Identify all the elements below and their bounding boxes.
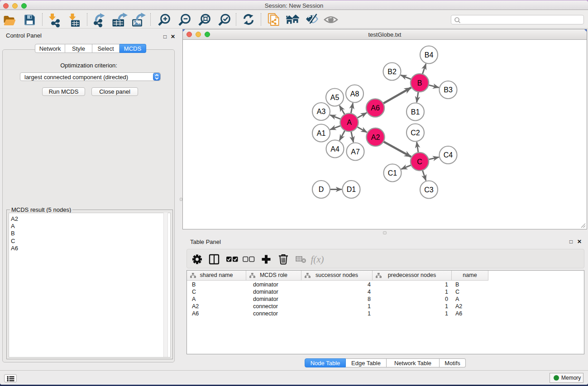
- svg-text:C1: C1: [388, 169, 397, 177]
- svg-text:C: C: [417, 158, 422, 166]
- svg-text:A7: A7: [351, 148, 360, 156]
- svg-text:D1: D1: [347, 186, 356, 193]
- svg-text:A2: A2: [371, 133, 380, 141]
- svg-text:D: D: [319, 186, 324, 193]
- svg-text:B1: B1: [411, 108, 420, 116]
- svg-text:A4: A4: [330, 145, 339, 153]
- svg-text:A1: A1: [317, 129, 326, 137]
- svg-text:B: B: [417, 79, 422, 87]
- svg-text:A6: A6: [371, 104, 380, 112]
- svg-text:C2: C2: [411, 129, 420, 137]
- svg-text:A5: A5: [330, 94, 339, 101]
- svg-text:B2: B2: [387, 68, 397, 76]
- svg-text:A3: A3: [317, 108, 326, 115]
- svg-text:C4: C4: [444, 151, 453, 159]
- svg-text:A: A: [347, 119, 352, 126]
- svg-text:B4: B4: [425, 51, 434, 59]
- svg-text:f(x): f(x): [311, 254, 324, 265]
- svg-text:B3: B3: [444, 86, 453, 94]
- svg-text:A8: A8: [350, 90, 359, 98]
- svg-text:C3: C3: [424, 186, 434, 194]
